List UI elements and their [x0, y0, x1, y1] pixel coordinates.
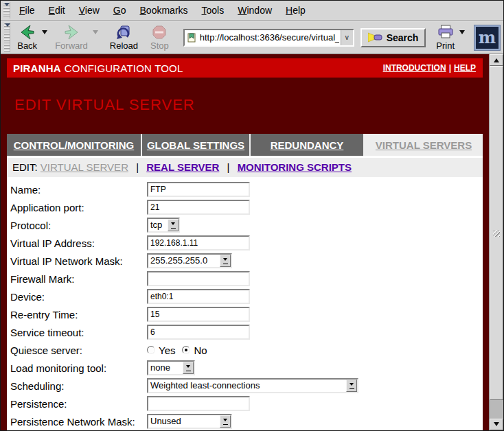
menubar-grippy[interactable] [3, 2, 10, 19]
search-label: Search [387, 32, 419, 43]
search-button[interactable]: Search [360, 28, 426, 47]
dropdown-arrow-icon [168, 219, 179, 231]
stop-icon [152, 24, 167, 40]
virtual-server-form: Name: Application port: Protocol: tcp [7, 177, 483, 430]
form-row-device: Device: [7, 288, 483, 305]
protocol-select[interactable]: tcp [147, 218, 180, 233]
form-row-protocol: Protocol: tcp [7, 216, 483, 234]
tab-virtual-servers[interactable]: VIRTUAL SERVERS [365, 134, 483, 156]
back-menu-arrow-icon[interactable] [42, 30, 47, 37]
quiesce-yes-label: Yes [159, 345, 175, 356]
forward-button[interactable]: Forward [50, 23, 93, 52]
forward-label: Forward [55, 40, 88, 51]
scheduling-select-value: Weighted least-connections [148, 380, 346, 392]
menu-go[interactable]: Go [106, 1, 133, 19]
scrollbar-thumb[interactable] [490, 66, 503, 400]
bookmark-icon[interactable] [185, 33, 198, 43]
scrollbar-grip-icon [493, 230, 500, 237]
browser-viewport: PIRANHACONFIGURATION TOOL INTRODUCTION|H… [1, 54, 503, 430]
subnav-separator: | [222, 161, 235, 173]
tab-label: REDUNDANCY [271, 139, 344, 151]
quiesce-no-radio[interactable] [182, 346, 190, 354]
toolbar-grippy[interactable] [4, 23, 10, 52]
forward-icon [63, 24, 80, 40]
print-label: Print [436, 40, 455, 51]
dropdown-arrow-icon [346, 380, 357, 392]
scroll-down-button[interactable] [490, 419, 503, 430]
tab-bar: CONTROL/MONITORING GLOBAL SETTINGS REDUN… [7, 134, 483, 156]
application-port-input[interactable] [147, 200, 250, 215]
vertical-scrollbar[interactable] [489, 54, 503, 430]
menu-bookmarks[interactable]: Bookmarks [133, 1, 195, 19]
scheduling-select[interactable]: Weighted least-connections [147, 378, 358, 393]
form-row-firewall-mark: Firewall Mark: [7, 270, 483, 288]
subnav-separator: | [131, 161, 144, 173]
load-monitoring-select[interactable]: none [147, 360, 195, 375]
tab-label: CONTROL/MONITORING [14, 139, 135, 151]
edit-subnav: EDIT: VIRTUAL SERVER | REAL SERVER | MON… [7, 156, 483, 177]
virtual-ip-input[interactable] [147, 235, 250, 251]
load-monitoring-label: Load monitoring tool: [10, 362, 147, 374]
quiesce-yes-radio[interactable] [147, 346, 155, 354]
menu-edit[interactable]: Edit [42, 1, 72, 19]
app-title-brand: PIRANHA [13, 62, 61, 74]
search-icon [368, 32, 382, 43]
protocol-label: Protocol: [10, 220, 147, 231]
menu-view[interactable]: View [72, 1, 106, 19]
scroll-up-button[interactable] [490, 54, 503, 66]
form-row-application-port: Application port: [7, 198, 483, 216]
monitoring-scripts-link[interactable]: MONITORING SCRIPTS [238, 161, 352, 173]
vip-netmask-select[interactable]: 255.255.255.0 [147, 253, 232, 268]
scrollbar-track[interactable] [490, 400, 503, 419]
reload-icon [115, 24, 132, 40]
firewall-mark-input[interactable] [147, 271, 250, 286]
tab-control-monitoring[interactable]: CONTROL/MONITORING [7, 134, 142, 156]
tab-redundancy[interactable]: REDUNDANCY [251, 134, 365, 156]
form-row-load-monitoring: Load monitoring tool: none [7, 359, 483, 377]
vip-netmask-label: Virtual IP Network Mask: [10, 255, 147, 267]
reload-button[interactable]: Reload [105, 23, 143, 52]
form-row-service-timeout: Service timeout: [7, 323, 483, 341]
print-menu-arrow-icon[interactable] [459, 30, 465, 37]
tab-label: GLOBAL SETTINGS [147, 139, 244, 151]
form-row-scheduling: Scheduling: Weighted least-connections [7, 377, 483, 395]
menu-window[interactable]: Window [231, 1, 279, 19]
persistence-input[interactable] [147, 396, 250, 411]
menu-help[interactable]: Help [279, 1, 312, 19]
mozilla-logo[interactable]: m [474, 25, 500, 50]
protocol-select-value: tcp [148, 219, 168, 231]
virtual-ip-label: Virtual IP Address: [10, 237, 147, 249]
form-row-name: Name: [7, 180, 483, 198]
name-label: Name: [10, 184, 147, 196]
url-dropdown-button[interactable]: v [341, 30, 353, 45]
forward-menu-arrow-icon[interactable] [93, 30, 98, 37]
help-link[interactable]: HELP [454, 63, 476, 73]
content-panel: EDIT: VIRTUAL SERVER | REAL SERVER | MON… [7, 156, 483, 430]
url-input[interactable] [198, 32, 341, 43]
service-timeout-input[interactable] [147, 325, 250, 340]
introduction-link[interactable]: INTRODUCTION [383, 63, 446, 73]
form-row-persistence-netmask: Persistence Network Mask: Unused [7, 412, 483, 430]
persistence-netmask-select-value: Unused [148, 415, 220, 428]
name-input[interactable] [147, 182, 250, 197]
device-input[interactable] [147, 289, 250, 304]
tab-global-settings[interactable]: GLOBAL SETTINGS [142, 134, 251, 156]
stop-button[interactable]: Stop [146, 23, 174, 52]
banner-links: INTRODUCTION|HELP [383, 63, 476, 73]
load-monitoring-select-value: none [148, 362, 183, 374]
scroll-up-arrow-icon [494, 56, 499, 62]
menu-tools[interactable]: Tools [195, 1, 231, 19]
banner-link-separator: | [446, 63, 454, 73]
menu-file[interactable]: File [12, 1, 42, 19]
app-title: PIRANHACONFIGURATION TOOL [13, 62, 183, 74]
persistence-netmask-select[interactable]: Unused [147, 414, 232, 429]
persistence-netmask-label: Persistence Network Mask: [10, 416, 147, 428]
real-server-link[interactable]: REAL SERVER [146, 161, 219, 173]
print-button[interactable]: Print [431, 23, 459, 52]
piranha-banner: PIRANHACONFIGURATION TOOL INTRODUCTION|H… [7, 58, 483, 78]
mozilla-logo-letter: m [479, 30, 496, 46]
quiesce-no-label: No [194, 345, 207, 356]
quiesce-label: Quiesce server: [10, 345, 147, 356]
back-button[interactable]: Back [12, 23, 42, 52]
reentry-time-input[interactable] [147, 307, 250, 322]
